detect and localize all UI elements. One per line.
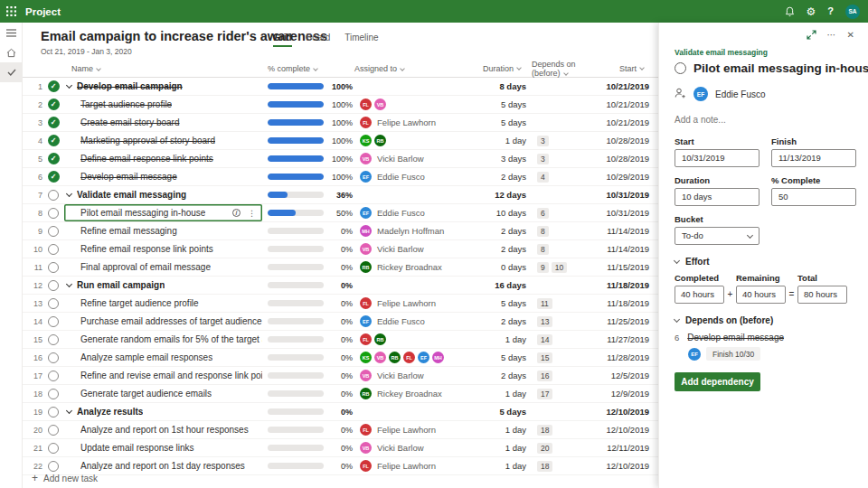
column-header-name[interactable]: Name: [64, 64, 262, 73]
task-status-cell[interactable]: [42, 461, 64, 472]
task-incomplete-icon[interactable]: [48, 244, 59, 255]
task-status-cell[interactable]: [42, 407, 64, 418]
task-complete-icon[interactable]: ✓: [48, 153, 60, 164]
tasks-nav-icon[interactable]: [0, 62, 23, 82]
task-incomplete-icon[interactable]: [48, 226, 59, 237]
task-status-cell[interactable]: [42, 352, 64, 363]
task-complete-icon[interactable]: ✓: [48, 171, 60, 183]
task-status-cell[interactable]: [42, 389, 64, 399]
duration-field[interactable]: 10 days: [675, 188, 760, 206]
parent-task-link[interactable]: Validate email messaging: [675, 48, 854, 57]
task-status-cell[interactable]: [42, 190, 64, 201]
add-new-task-button[interactable]: + Add new task: [32, 472, 98, 484]
task-name-cell[interactable]: Marketing approval of story board: [64, 132, 262, 150]
expand-panel-icon[interactable]: [807, 30, 816, 40]
task-name-cell[interactable]: Refine email response link points: [64, 240, 262, 258]
chevron-down-icon[interactable]: [66, 281, 72, 287]
task-name-cell[interactable]: Refine and revise email and response lin…: [64, 367, 262, 385]
task-complete-icon[interactable]: ✓: [48, 117, 60, 128]
task-status-cell[interactable]: [42, 244, 64, 255]
task-status-cell[interactable]: [42, 316, 64, 327]
task-incomplete-icon[interactable]: [48, 407, 59, 418]
task-status-cell[interactable]: [42, 226, 64, 237]
task-name-cell[interactable]: Define email response link points: [64, 150, 262, 168]
add-dependency-button[interactable]: Add dependency: [675, 372, 760, 391]
task-status-cell[interactable]: ✓: [42, 117, 64, 128]
help-icon[interactable]: ?: [827, 6, 834, 16]
task-name-cell[interactable]: Target audience profile: [64, 96, 262, 114]
bucket-select[interactable]: To-do: [675, 227, 760, 245]
notifications-icon[interactable]: [785, 6, 795, 17]
task-status-cell[interactable]: [42, 262, 64, 273]
info-icon[interactable]: i: [232, 209, 241, 217]
task-name-cell[interactable]: Analyze sample email responses: [64, 349, 262, 367]
task-incomplete-icon[interactable]: [48, 443, 59, 454]
task-incomplete-icon[interactable]: [48, 262, 59, 273]
task-name-cell[interactable]: Develop email message: [64, 168, 262, 186]
tab-timeline[interactable]: Timeline: [344, 33, 378, 47]
column-header-percent-complete[interactable]: % complete: [268, 64, 347, 73]
task-name-cell[interactable]: Generate target audience emails: [64, 385, 262, 403]
more-icon[interactable]: ⋮: [248, 209, 256, 218]
task-status-cell[interactable]: [42, 371, 64, 381]
tab-board[interactable]: Board: [307, 33, 331, 47]
task-incomplete-icon[interactable]: [48, 334, 59, 345]
task-name-cell[interactable]: Refine target audience profile: [64, 295, 262, 313]
waffle-icon[interactable]: [6, 6, 16, 16]
task-status-cell[interactable]: ✓: [42, 99, 64, 110]
task-incomplete-icon[interactable]: [48, 298, 59, 309]
task-incomplete-icon[interactable]: [48, 425, 59, 436]
task-name-cell[interactable]: Pilot email messaging in-housei⋮: [64, 204, 262, 221]
note-input[interactable]: Add a note...: [675, 115, 854, 125]
task-status-cell[interactable]: [42, 425, 64, 436]
percent-complete-field[interactable]: 50: [771, 188, 856, 206]
task-status-cell[interactable]: [42, 280, 64, 291]
task-complete-icon[interactable]: ✓: [48, 135, 60, 146]
task-name-cell[interactable]: Validate email messaging: [64, 186, 262, 204]
task-status-cell[interactable]: [42, 208, 64, 219]
task-complete-toggle[interactable]: [675, 62, 686, 74]
task-incomplete-icon[interactable]: [48, 371, 59, 381]
task-status-cell[interactable]: [42, 298, 64, 309]
chevron-down-icon[interactable]: [66, 408, 72, 414]
column-header-start[interactable]: Start: [584, 64, 644, 73]
task-complete-icon[interactable]: ✓: [48, 80, 60, 92]
depends-section-header[interactable]: Depends on (before): [675, 315, 854, 325]
close-panel-icon[interactable]: ✕: [847, 31, 854, 40]
task-incomplete-icon[interactable]: [48, 208, 59, 219]
tab-grid[interactable]: Grid: [273, 33, 292, 47]
more-options-icon[interactable]: ⋯: [827, 31, 836, 40]
task-name-cell[interactable]: Purchase email addresses of target audie…: [64, 313, 262, 331]
chevron-down-icon[interactable]: [66, 82, 72, 89]
task-incomplete-icon[interactable]: [48, 316, 59, 327]
task-name-cell[interactable]: Generate random emails for 5% of the tar…: [64, 331, 262, 349]
hamburger-menu-icon[interactable]: [0, 23, 23, 42]
dependency-item[interactable]: 6 Develop email message EF Finish 10/30: [675, 333, 854, 361]
assign-person-icon[interactable]: [675, 86, 686, 102]
task-name-cell[interactable]: Refine email messaging: [64, 222, 262, 240]
task-status-cell[interactable]: [42, 334, 64, 345]
task-incomplete-icon[interactable]: [48, 280, 59, 291]
settings-gear-icon[interactable]: ⚙: [807, 6, 816, 17]
column-header-duration[interactable]: Duration: [468, 64, 521, 73]
task-complete-icon[interactable]: ✓: [48, 99, 60, 110]
effort-total-field[interactable]: 80 hours: [797, 286, 847, 304]
effort-section-header[interactable]: Effort: [675, 257, 854, 267]
start-date-field[interactable]: 10/31/2019: [675, 149, 760, 167]
task-status-cell[interactable]: ✓: [42, 135, 64, 146]
task-name-cell[interactable]: Analyze and report on 1st hour responses: [64, 421, 262, 439]
task-name-cell[interactable]: Run email campaign: [64, 277, 262, 295]
task-name-cell[interactable]: Update email response links: [64, 439, 262, 457]
task-status-cell[interactable]: ✓: [42, 153, 64, 164]
home-icon[interactable]: [0, 42, 23, 62]
task-name-cell[interactable]: Develop email campaign: [64, 78, 262, 96]
task-name-cell[interactable]: Final approval of email message: [64, 258, 262, 277]
task-incomplete-icon[interactable]: [48, 389, 59, 399]
effort-completed-field[interactable]: 40 hours: [675, 286, 724, 304]
task-status-cell[interactable]: ✓: [42, 80, 64, 92]
finish-date-field[interactable]: 11/13/2019: [771, 149, 856, 167]
task-incomplete-icon[interactable]: [48, 190, 59, 201]
column-header-assigned-to[interactable]: Assigned to: [347, 64, 468, 73]
task-incomplete-icon[interactable]: [48, 461, 59, 472]
account-avatar[interactable]: SA: [845, 5, 860, 19]
